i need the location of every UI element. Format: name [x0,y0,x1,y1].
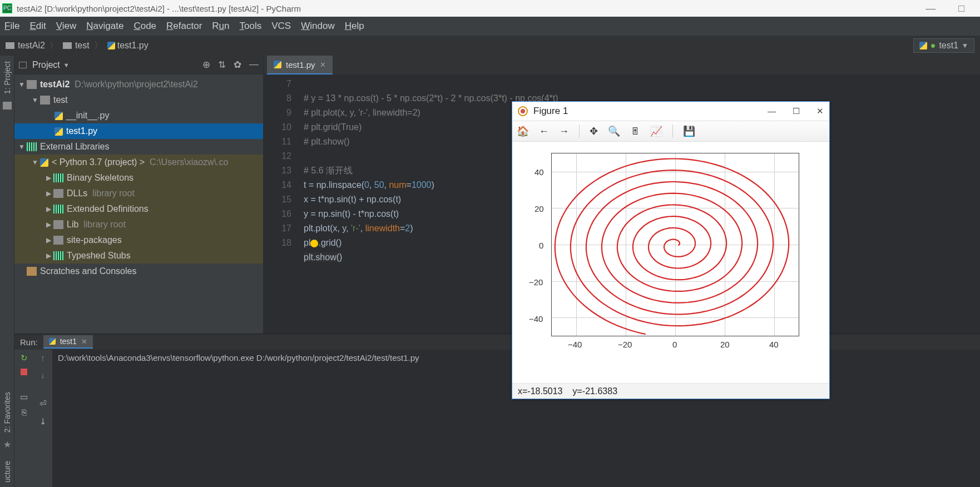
menu-view[interactable]: View [56,21,77,32]
figure-toolbar: 🏠 ← → ✥ 🔍 🎚 📈 💾 [512,121,829,142]
folder-icon [53,236,63,245]
ytick: −20 [529,277,543,287]
run-active-icon: ● [930,41,936,51]
breadcrumb-file[interactable]: test1.py [117,41,149,51]
breadcrumb-folder[interactable]: test [75,41,90,51]
figure-titlebar[interactable]: Figure 1 — ☐ ✕ [512,102,829,121]
tool-window-project[interactable]: 1: Project [3,59,12,96]
navigation-bar: testAi2 〉 test 〉 test1.py ● test1 ▼ [0,36,980,56]
zoom-icon[interactable]: 🔍 [608,125,620,137]
home-icon[interactable]: 🏠 [517,125,529,137]
save-icon[interactable]: 💾 [683,125,695,137]
editor-tabbar: test1.py ✕ [264,56,980,74]
ytick: 40 [534,167,544,177]
menu-tools[interactable]: Tools [240,21,262,32]
tree-scratches[interactable]: Scratches and Consoles [14,264,263,279]
collapse-icon[interactable]: ⇅ [218,59,226,71]
project-tree[interactable]: testAi2 D:\work\python\project2\testAi2 … [14,74,263,334]
ytick: 0 [539,241,543,250]
up-icon[interactable]: ↑ [41,353,45,362]
back-icon[interactable]: ← [539,126,549,137]
hide-icon[interactable]: — [249,59,259,71]
matplotlib-icon [518,106,528,116]
maximize-icon[interactable]: ☐ [793,106,800,116]
rerun-icon[interactable]: ↻ [21,353,28,363]
figure-window[interactable]: Figure 1 — ☐ ✕ 🏠 ← → ✥ 🔍 🎚 📈 💾 [512,101,830,399]
tree-folder-test[interactable]: test [14,92,263,108]
chevron-down-icon: ▼ [63,62,70,68]
intention-bulb-icon[interactable] [310,240,318,247]
folder-icon [63,42,72,49]
tool-window-structure[interactable]: ucture [3,459,12,485]
library-icon [53,205,63,213]
soft-wrap-icon[interactable]: ⏎ [39,399,47,409]
menu-edit[interactable]: Edit [29,21,46,32]
python-file-icon [107,42,115,49]
forward-icon[interactable]: → [559,126,569,137]
divider [672,125,673,138]
close-tab-icon[interactable]: ✕ [320,61,326,69]
window-controls[interactable]: — □ [925,3,974,14]
plot-canvas[interactable]: 40 20 0 −20 −40 −40 −20 0 20 40 [512,142,829,383]
tree-python37[interactable]: < Python 3.7 (project) > C:\Users\xiaozw… [14,155,263,170]
folder-icon [6,42,14,49]
divider [579,125,580,138]
scroll-to-end-icon[interactable]: ⤓ [39,416,47,426]
line-number-gutter: 789101112131415161718 [264,74,297,334]
menu-file[interactable]: File [4,21,19,32]
stop-icon[interactable] [21,369,27,375]
run-toolbar-left2: ↑ ↓ ⏎ ⤓ [33,350,52,487]
menu-refactor[interactable]: Refactor [166,21,202,32]
tree-typeshed[interactable]: Typeshed Stubs [14,248,263,264]
tree-file-init[interactable]: __init__.py [14,108,263,123]
tree-dlls[interactable]: DLLs library root [14,186,263,201]
tree-root[interactable]: testAi2 D:\work\python\project2\testAi2 [14,77,263,92]
minimize-icon[interactable]: — [768,106,776,116]
tree-extended-definitions[interactable]: Extended Definitions [14,201,263,217]
pycharm-icon: PC [2,3,12,13]
breadcrumb-root[interactable]: testAi2 [18,41,45,51]
gear-icon[interactable]: ✿ [234,59,241,71]
menu-vcs[interactable]: VCS [271,21,291,32]
run-label: Run: [20,337,38,347]
ytick: −40 [529,314,543,324]
pin-icon[interactable]: ⎘ [22,408,27,417]
tree-file-test1[interactable]: test1.py [14,123,263,139]
tree-external-libraries[interactable]: External Libraries [14,139,263,155]
menu-bar: File Edit View Navigate Code Refactor Ru… [0,17,980,36]
star-icon[interactable]: ★ [3,439,11,450]
layout-icon[interactable]: ▭ [20,392,28,402]
down-icon[interactable]: ↓ [41,370,45,380]
close-icon[interactable]: ✕ [816,106,824,116]
xtick: 20 [720,340,730,349]
close-tab-icon[interactable]: ✕ [81,337,87,346]
tree-site-packages[interactable]: site-packages [14,232,263,248]
chevron-down-icon: ▼ [962,42,968,49]
menu-navigate[interactable]: Navigate [86,21,123,32]
axes-icon[interactable]: 📈 [650,125,662,137]
locate-icon[interactable]: ⊕ [202,59,210,71]
library-icon [27,142,37,151]
menu-help[interactable]: Help [345,21,364,32]
menu-run[interactable]: Run [212,21,229,32]
menu-window[interactable]: Window [301,21,334,32]
run-configuration-selector[interactable]: ● test1 ▼ [913,38,974,53]
run-tab-test1[interactable]: test1 ✕ [43,335,93,349]
project-pane-title[interactable]: Project ▼ [32,60,70,70]
editor-tab-test1[interactable]: test1.py ✕ [267,56,333,74]
tree-binary-skeletons[interactable]: Binary Skeletons [14,170,263,186]
tree-lib[interactable]: Lib library root [14,217,263,232]
tool-window-favorites[interactable]: 2: Favorites [3,390,12,435]
pan-icon[interactable]: ✥ [590,125,598,137]
folder-stripe-icon[interactable] [3,102,12,110]
python-icon [919,42,927,49]
menu-code[interactable]: Code [133,21,156,32]
ytick: 20 [534,204,544,213]
run-config-label: test1 [939,41,958,51]
python-icon [49,338,56,345]
window-title: testAi2 [D:\work\python\project2\testAi2… [17,4,301,13]
folder-icon [53,220,63,229]
xtick: −20 [618,340,632,349]
configure-icon[interactable]: 🎚 [630,126,640,137]
run-toolbar-left: ↻ ▭ ⎘ [14,350,33,487]
